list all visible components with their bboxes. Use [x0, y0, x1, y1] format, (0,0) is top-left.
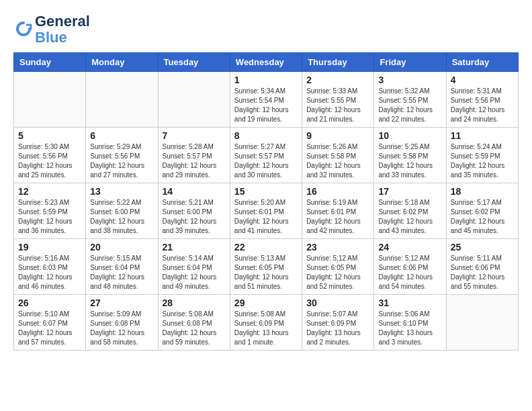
day-number: 23	[306, 242, 369, 253]
day-info: Sunrise: 5:13 AM Sunset: 6:05 PM Dayligh…	[234, 254, 298, 291]
calendar-cell: 14Sunrise: 5:21 AM Sunset: 6:00 PM Dayli…	[158, 183, 230, 239]
day-info: Sunrise: 5:28 AM Sunset: 5:57 PM Dayligh…	[163, 142, 226, 180]
day-info: Sunrise: 5:08 AM Sunset: 6:09 PM Dayligh…	[234, 310, 298, 347]
calendar-cell: 4Sunrise: 5:31 AM Sunset: 5:56 PM Daylig…	[446, 72, 518, 128]
day-info: Sunrise: 5:33 AM Sunset: 5:55 PM Dayligh…	[306, 87, 369, 124]
day-number: 20	[90, 242, 153, 253]
day-number: 27	[90, 298, 153, 308]
day-number: 22	[234, 242, 298, 253]
calendar-cell: 21Sunrise: 5:14 AM Sunset: 6:04 PM Dayli…	[158, 239, 230, 295]
day-info: Sunrise: 5:16 AM Sunset: 6:03 PM Dayligh…	[18, 254, 81, 291]
calendar-cell: 12Sunrise: 5:23 AM Sunset: 5:59 PM Dayli…	[14, 183, 86, 239]
day-info: Sunrise: 5:27 AM Sunset: 5:57 PM Dayligh…	[234, 142, 298, 180]
day-number: 6	[90, 130, 153, 141]
day-info: Sunrise: 5:14 AM Sunset: 6:04 PM Dayligh…	[163, 254, 226, 291]
calendar-week-5: 26Sunrise: 5:10 AM Sunset: 6:07 PM Dayli…	[14, 295, 519, 351]
day-number: 26	[18, 298, 81, 308]
day-info: Sunrise: 5:25 AM Sunset: 5:58 PM Dayligh…	[378, 142, 441, 180]
day-info: Sunrise: 5:30 AM Sunset: 5:56 PM Dayligh…	[18, 142, 81, 180]
day-number: 17	[378, 186, 441, 197]
day-number: 25	[451, 242, 514, 253]
calendar-cell: 26Sunrise: 5:10 AM Sunset: 6:07 PM Dayli…	[14, 295, 86, 351]
day-number: 8	[234, 130, 298, 141]
day-number: 11	[451, 130, 514, 141]
calendar-cell: 15Sunrise: 5:20 AM Sunset: 6:01 PM Dayli…	[230, 183, 302, 239]
calendar-cell: 19Sunrise: 5:16 AM Sunset: 6:03 PM Dayli…	[14, 239, 86, 295]
day-info: Sunrise: 5:12 AM Sunset: 6:06 PM Dayligh…	[378, 254, 441, 291]
calendar-cell: 11Sunrise: 5:24 AM Sunset: 5:59 PM Dayli…	[446, 128, 518, 183]
calendar-cell: 3Sunrise: 5:32 AM Sunset: 5:55 PM Daylig…	[374, 72, 446, 128]
day-info: Sunrise: 5:21 AM Sunset: 6:00 PM Dayligh…	[163, 198, 226, 236]
day-info: Sunrise: 5:18 AM Sunset: 6:02 PM Dayligh…	[378, 198, 441, 236]
calendar-cell: 20Sunrise: 5:15 AM Sunset: 6:04 PM Dayli…	[86, 239, 158, 295]
calendar-week-4: 19Sunrise: 5:16 AM Sunset: 6:03 PM Dayli…	[14, 239, 519, 295]
calendar-cell: 18Sunrise: 5:17 AM Sunset: 6:02 PM Dayli…	[446, 183, 518, 239]
day-info: Sunrise: 5:07 AM Sunset: 6:09 PM Dayligh…	[306, 310, 369, 347]
day-info: Sunrise: 5:19 AM Sunset: 6:01 PM Dayligh…	[306, 198, 369, 236]
day-number: 31	[378, 298, 441, 308]
day-number: 5	[18, 130, 81, 141]
calendar-cell: 27Sunrise: 5:09 AM Sunset: 6:08 PM Dayli…	[86, 295, 158, 351]
day-info: Sunrise: 5:24 AM Sunset: 5:59 PM Dayligh…	[451, 142, 514, 180]
day-info: Sunrise: 5:34 AM Sunset: 5:54 PM Dayligh…	[234, 87, 298, 124]
weekday-header-tuesday: Tuesday	[158, 53, 230, 72]
day-number: 24	[378, 242, 441, 253]
calendar-cell: 10Sunrise: 5:25 AM Sunset: 5:58 PM Dayli…	[374, 128, 446, 183]
calendar-cell: 16Sunrise: 5:19 AM Sunset: 6:01 PM Dayli…	[302, 183, 374, 239]
calendar-cell: 6Sunrise: 5:29 AM Sunset: 5:56 PM Daylig…	[86, 128, 158, 183]
day-info: Sunrise: 5:32 AM Sunset: 5:55 PM Dayligh…	[378, 87, 441, 124]
day-number: 21	[163, 242, 226, 253]
day-number: 3	[378, 75, 441, 85]
day-number: 7	[163, 130, 226, 141]
day-info: Sunrise: 5:15 AM Sunset: 6:04 PM Dayligh…	[90, 254, 153, 291]
weekday-header-thursday: Thursday	[302, 53, 374, 72]
calendar-cell: 17Sunrise: 5:18 AM Sunset: 6:02 PM Dayli…	[374, 183, 446, 239]
calendar-cell	[86, 72, 158, 128]
calendar-cell	[446, 295, 518, 351]
calendar-week-2: 5Sunrise: 5:30 AM Sunset: 5:56 PM Daylig…	[14, 128, 519, 183]
day-info: Sunrise: 5:11 AM Sunset: 6:06 PM Dayligh…	[451, 254, 514, 291]
day-number: 13	[90, 186, 153, 197]
calendar-week-1: 1Sunrise: 5:34 AM Sunset: 5:54 PM Daylig…	[14, 72, 519, 128]
day-info: Sunrise: 5:23 AM Sunset: 5:59 PM Dayligh…	[18, 198, 81, 236]
day-info: Sunrise: 5:26 AM Sunset: 5:58 PM Dayligh…	[306, 142, 369, 180]
day-number: 15	[234, 186, 298, 197]
day-number: 1	[234, 75, 298, 85]
calendar-week-3: 12Sunrise: 5:23 AM Sunset: 5:59 PM Dayli…	[14, 183, 519, 239]
calendar-cell: 24Sunrise: 5:12 AM Sunset: 6:06 PM Dayli…	[374, 239, 446, 295]
day-info: Sunrise: 5:08 AM Sunset: 6:08 PM Dayligh…	[163, 310, 226, 347]
calendar-cell: 25Sunrise: 5:11 AM Sunset: 6:06 PM Dayli…	[446, 239, 518, 295]
calendar-cell: 9Sunrise: 5:26 AM Sunset: 5:58 PM Daylig…	[302, 128, 374, 183]
calendar-cell: 2Sunrise: 5:33 AM Sunset: 5:55 PM Daylig…	[302, 72, 374, 128]
day-info: Sunrise: 5:17 AM Sunset: 6:02 PM Dayligh…	[451, 198, 514, 236]
calendar-cell: 28Sunrise: 5:08 AM Sunset: 6:08 PM Dayli…	[158, 295, 230, 351]
day-number: 28	[163, 298, 226, 308]
calendar-cell: 23Sunrise: 5:12 AM Sunset: 6:05 PM Dayli…	[302, 239, 374, 295]
logo-icon	[13, 19, 34, 40]
day-number: 16	[306, 186, 369, 197]
calendar-cell: 5Sunrise: 5:30 AM Sunset: 5:56 PM Daylig…	[14, 128, 86, 183]
day-number: 4	[451, 75, 514, 85]
calendar-cell: 1Sunrise: 5:34 AM Sunset: 5:54 PM Daylig…	[230, 72, 302, 128]
day-info: Sunrise: 5:20 AM Sunset: 6:01 PM Dayligh…	[234, 198, 298, 236]
calendar-cell	[14, 72, 86, 128]
day-info: Sunrise: 5:09 AM Sunset: 6:08 PM Dayligh…	[90, 310, 153, 347]
page-header: General Blue	[13, 13, 519, 46]
day-info: Sunrise: 5:31 AM Sunset: 5:56 PM Dayligh…	[451, 87, 514, 124]
weekday-header-saturday: Saturday	[446, 53, 518, 72]
day-number: 9	[306, 130, 369, 141]
calendar-cell: 13Sunrise: 5:22 AM Sunset: 6:00 PM Dayli…	[86, 183, 158, 239]
calendar-cell: 31Sunrise: 5:06 AM Sunset: 6:10 PM Dayli…	[374, 295, 446, 351]
day-number: 12	[18, 186, 81, 197]
calendar: SundayMondayTuesdayWednesdayThursdayFrid…	[13, 52, 519, 351]
weekday-header-sunday: Sunday	[14, 53, 86, 72]
day-info: Sunrise: 5:29 AM Sunset: 5:56 PM Dayligh…	[90, 142, 153, 180]
day-info: Sunrise: 5:12 AM Sunset: 6:05 PM Dayligh…	[306, 254, 369, 291]
day-info: Sunrise: 5:22 AM Sunset: 6:00 PM Dayligh…	[90, 198, 153, 236]
day-info: Sunrise: 5:10 AM Sunset: 6:07 PM Dayligh…	[18, 310, 81, 347]
logo-text: General Blue	[35, 13, 90, 46]
day-number: 10	[378, 130, 441, 141]
calendar-cell: 7Sunrise: 5:28 AM Sunset: 5:57 PM Daylig…	[158, 128, 230, 183]
calendar-cell: 22Sunrise: 5:13 AM Sunset: 6:05 PM Dayli…	[230, 239, 302, 295]
day-number: 2	[306, 75, 369, 85]
